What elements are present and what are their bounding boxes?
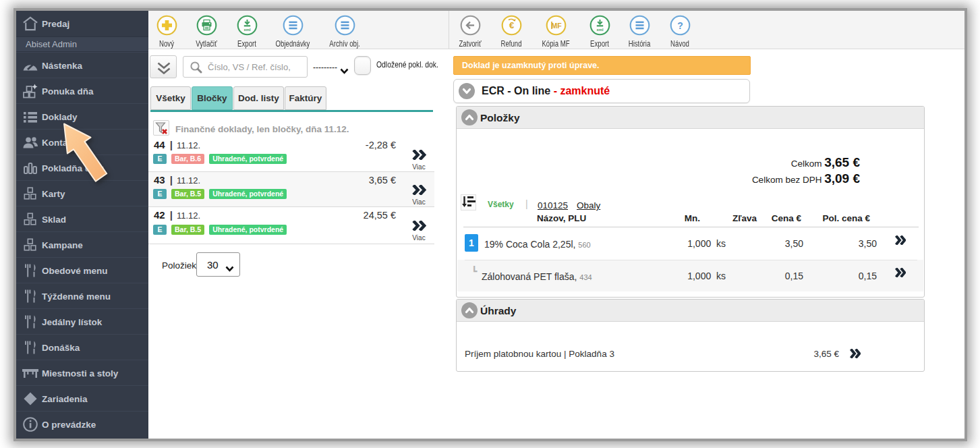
svg-text:?: ? xyxy=(677,20,683,31)
svg-text:xml: xml xyxy=(596,28,603,32)
svg-text:€: € xyxy=(509,20,513,30)
svg-text:xml: xml xyxy=(243,28,250,32)
svg-text:MF: MF xyxy=(551,22,562,30)
